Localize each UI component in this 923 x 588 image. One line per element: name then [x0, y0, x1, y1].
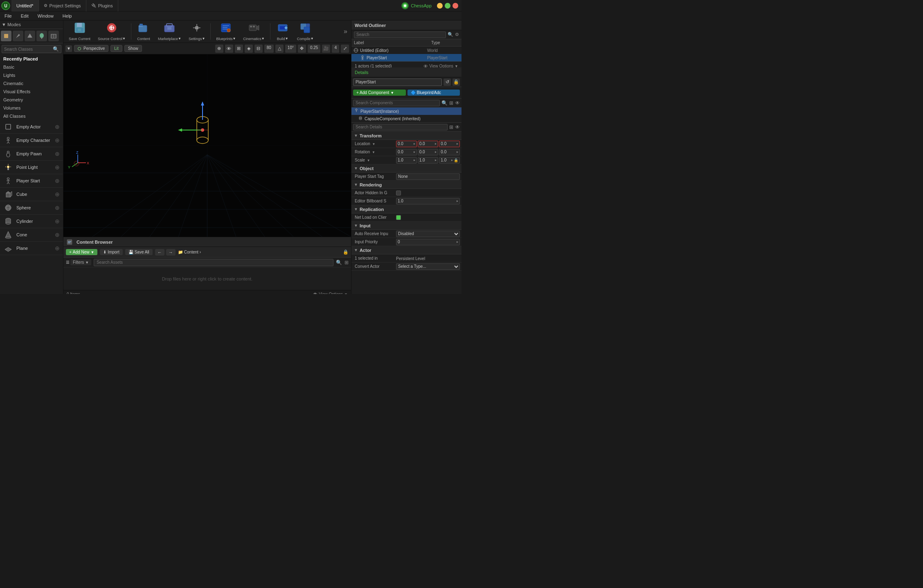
cat-visual-effects[interactable]: Visual Effects	[0, 88, 63, 96]
content-button[interactable]: Content	[133, 21, 154, 42]
build-button[interactable]: Build ▼	[272, 21, 293, 42]
blueprints-button[interactable]: Blueprints ▼	[213, 21, 239, 42]
search-assets-input[interactable]	[97, 260, 331, 265]
scale-z-arrow[interactable]: ▸	[451, 158, 453, 162]
location-x-input[interactable]: 0.0 ▸	[396, 141, 417, 147]
vp-camera-icon[interactable]: 👁	[225, 45, 233, 53]
search-assets-box[interactable]	[94, 259, 333, 266]
transform-section-header[interactable]: ▼ Transform	[351, 132, 462, 140]
marketplace-button[interactable]: Marketplace ▼	[155, 21, 185, 42]
outliner-options-icon[interactable]: ⚙	[455, 32, 459, 37]
mode-paint[interactable]	[13, 31, 23, 41]
rotation-z-arrow[interactable]: ▸	[457, 150, 458, 154]
cb-forward-button[interactable]: →	[166, 249, 176, 256]
vp-grid-size[interactable]: 80	[264, 45, 274, 53]
cone-add[interactable]: ⊕	[55, 231, 60, 238]
save-current-button[interactable]: Save Current	[65, 21, 94, 42]
vp-show-btn[interactable]: Show	[124, 45, 142, 52]
cat-volumes[interactable]: Volumes	[0, 104, 63, 112]
details-search-input[interactable]	[353, 124, 448, 130]
cube-add[interactable]: ⊕	[55, 191, 60, 197]
menu-edit[interactable]: Edit	[18, 13, 31, 19]
outliner-player-start-item[interactable]: PlayerStart PlayerStart	[351, 54, 462, 61]
cat-basic[interactable]: Basic	[0, 63, 63, 71]
cat-cinematic[interactable]: Cinematic	[0, 79, 63, 88]
player-start-instance-item[interactable]: PlayerStart(Instance)	[351, 108, 462, 115]
rotation-y-arrow[interactable]: ▸	[435, 150, 437, 154]
toolbar-more[interactable]: »	[342, 28, 349, 35]
mode-landscape[interactable]	[25, 31, 35, 41]
cat-recently-placed[interactable]: Recently Placed	[0, 55, 63, 63]
cylinder-add[interactable]: ⊕	[55, 218, 60, 224]
actor-name-input[interactable]	[353, 79, 442, 86]
mode-place[interactable]	[1, 31, 11, 41]
blueprint-button[interactable]: 🔷 Blueprint/Adc	[407, 90, 460, 96]
tab-plugins[interactable]: 🔌 Plugins	[86, 0, 118, 11]
rotation-arrow[interactable]: ▼	[372, 150, 375, 154]
rotation-z-input[interactable]: 0.0 ▸	[439, 149, 460, 155]
details-reset-btn[interactable]: ↺	[443, 79, 451, 86]
maximize-button[interactable]	[445, 3, 450, 9]
outliner-world-item[interactable]: Untitled (Editor) World	[351, 47, 462, 54]
menu-window[interactable]: Window	[35, 13, 56, 19]
outliner-search-input[interactable]	[354, 31, 446, 38]
vp-surface-icon[interactable]: ◈	[245, 45, 253, 53]
auto-receive-select[interactable]: Disabled	[396, 231, 460, 237]
comp-search-input[interactable]	[353, 100, 440, 106]
capsule-component-item[interactable]: CapsuleComponent (Inherited)	[351, 115, 462, 122]
place-empty-actor[interactable]: Empty Actor ⊕	[0, 120, 63, 134]
tab-untitled[interactable]: Untitled*	[11, 0, 39, 11]
player-start-add[interactable]: ⊕	[55, 177, 60, 184]
details-grid-icon[interactable]: ⊞	[449, 124, 453, 130]
location-arrow[interactable]: ▼	[372, 142, 376, 146]
place-sphere[interactable]: Sphere ⊕	[0, 201, 63, 215]
scale-y-arrow[interactable]: ▸	[435, 158, 437, 162]
viewport[interactable]: X Y Z ✕	[63, 54, 351, 237]
vp-maximize-icon[interactable]: ⤢	[341, 45, 349, 53]
vp-move-icon[interactable]: ✥	[298, 45, 306, 53]
replication-section-header[interactable]: ▼ Replication	[351, 205, 462, 213]
rotation-x-arrow[interactable]: ▸	[414, 150, 415, 154]
net-load-checkbox[interactable]	[396, 215, 401, 220]
minimize-button[interactable]	[437, 3, 443, 9]
scale-y-input[interactable]: 1.0 ▸	[418, 157, 439, 164]
point-light-add[interactable]: ⊕	[55, 164, 60, 171]
vp-snap-value[interactable]: 0.25	[308, 45, 320, 53]
place-player-start[interactable]: Player Start ⊕	[0, 174, 63, 188]
editor-billboard-input[interactable]: 1.0 ▸	[396, 198, 460, 204]
plane-add[interactable]: ⊕	[55, 245, 60, 251]
scale-arrow[interactable]: ▼	[367, 159, 370, 162]
save-all-button[interactable]: 💾 Save All	[125, 249, 153, 255]
editor-billboard-arrow[interactable]: ▸	[457, 199, 458, 203]
mode-mesh[interactable]	[48, 31, 59, 41]
location-y-input[interactable]: 0.0 ▸	[418, 141, 439, 147]
scale-x-input[interactable]: 1.0 ▸	[396, 157, 417, 164]
input-priority-input[interactable]: 0 ▸	[396, 239, 460, 245]
place-cone[interactable]: Cone ⊕	[0, 228, 63, 242]
search-classes-input[interactable]	[4, 47, 53, 52]
vp-grid-icon[interactable]: ⊞	[235, 45, 243, 53]
empty-actor-add[interactable]: ⊕	[55, 123, 60, 130]
close-button[interactable]	[452, 3, 458, 9]
place-empty-character[interactable]: Empty Character ⊕	[0, 134, 63, 147]
scale-x-arrow[interactable]: ▸	[414, 158, 415, 162]
add-component-button[interactable]: + Add Component ▼	[353, 90, 406, 96]
sphere-add[interactable]: ⊕	[55, 204, 60, 211]
menu-help[interactable]: Help	[60, 13, 74, 19]
location-z-input[interactable]: 0.0 ▸	[439, 141, 460, 147]
location-z-arrow[interactable]: ▸	[457, 142, 458, 146]
rotation-x-input[interactable]: 0.0 ▸	[396, 149, 417, 155]
place-cube[interactable]: Cube ⊕	[0, 188, 63, 201]
object-section-header[interactable]: ▼ Object	[351, 164, 462, 173]
empty-character-add[interactable]: ⊕	[55, 137, 60, 144]
vp-perspective-btn[interactable]: Perspective	[74, 45, 108, 52]
menu-file[interactable]: File	[2, 13, 14, 19]
empty-pawn-add[interactable]: ⊕	[55, 150, 60, 157]
place-cylinder[interactable]: Cylinder ⊕	[0, 215, 63, 228]
cb-lock-icon[interactable]: 🔒	[343, 249, 349, 255]
vp-camera-speed[interactable]: 4	[332, 45, 339, 53]
mode-foliage[interactable]	[36, 31, 47, 41]
scale-z-input[interactable]: 1.0 ▸ 🔒	[439, 157, 460, 164]
convert-actor-select[interactable]: Select a Type...	[396, 263, 460, 270]
view-toggle-icon[interactable]: ⊞	[344, 260, 349, 265]
